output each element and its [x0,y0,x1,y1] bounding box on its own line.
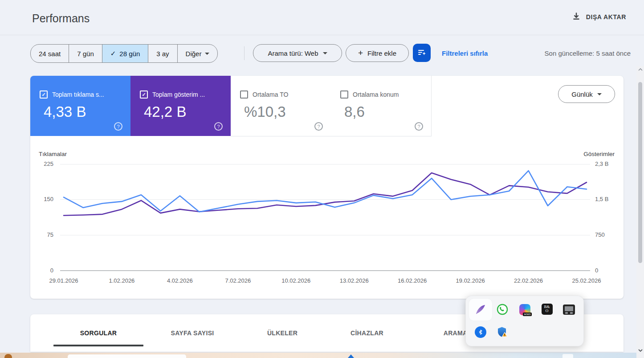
whatsapp-icon[interactable] [496,303,509,316]
search-type-dropdown[interactable]: Arama türü: Web [253,44,342,62]
range-7d[interactable]: 7 gün [69,45,102,62]
performance-card: ✓ Toplam tıklama s... 4,33 B ? ✓ Toplam … [30,76,624,299]
pen-app-icon[interactable] [474,303,487,316]
x-axis-tick-label: 16.02.2026 [391,277,434,284]
check-icon: ✓ [110,49,116,58]
page-title: Performans [32,12,90,25]
range-other-dropdown[interactable]: Diğer [178,45,218,62]
filter-bar-divider [244,46,245,60]
x-axis-tick-label: 22.02.2026 [507,277,550,284]
range-3m[interactable]: 3 ay [148,45,177,62]
clicks-line [64,171,587,212]
performance-line-chart[interactable] [30,76,624,299]
date-range-selector: 24 saat 7 gün ✓ 28 gün 3 ay Diğer [30,44,218,63]
plus-icon: + [358,48,363,58]
x-axis-tick-label: 13.02.2026 [333,277,375,284]
security-shield-warning-icon[interactable] [496,325,509,339]
x-axis-tick-label: 7.02.2026 [216,277,259,284]
scrollbar-up-arrow[interactable] [636,66,644,73]
taskbar-search-pill[interactable] [68,354,186,358]
export-button[interactable]: DIŞA AKTAR [572,12,626,22]
tab-devices[interactable]: CİHAZLAR [323,314,411,352]
last-update-text: Son güncelleme: 5 saat önce [545,49,631,57]
chevron-down-icon [205,53,209,55]
scrollbar-down-arrow[interactable] [636,347,644,354]
scrollbar[interactable] [636,66,644,358]
filter-sparkle-icon [417,47,427,59]
export-label: DIŞA AKTAR [586,13,626,21]
chevron-down-icon [323,52,327,54]
m365-badge: M365 [523,313,531,316]
download-icon [572,12,581,22]
range-24h[interactable]: 24 saat [31,45,69,62]
scrollbar-thumb[interactable] [638,82,642,263]
x-axis-tick-label: 1.02.2026 [100,277,143,284]
x-axis-tick-label: 25.02.2026 [565,277,608,284]
reset-filters-link[interactable]: Filtreleri sıfırla [442,49,488,57]
x-axis-tick-label: 29.01.2026 [42,277,85,284]
range-28d[interactable]: ✓ 28 gün [102,45,148,62]
microsoft-365-copilot-icon[interactable]: M365 [518,303,531,316]
bang-olufsen-icon[interactable]: B& O [540,302,554,316]
system-tray-popup: M365 B& O [465,296,584,346]
smart-filter-button[interactable] [413,44,431,62]
x-axis-tick-label: 19.02.2026 [449,277,492,284]
taskbar-center-icon[interactable] [348,354,354,358]
header-divider [0,35,644,35]
x-axis-tick-label: 4.02.2026 [159,277,201,284]
taskbar-strip [0,353,644,358]
x-axis-tick-label: 10.02.2026 [275,277,318,284]
active-tab-indicator [53,345,143,346]
display-device-icon[interactable] [562,303,575,316]
taskbar-tray-item[interactable] [562,354,573,358]
tab-countries[interactable]: ÜLKELER [241,314,323,352]
taskbar-app-icon[interactable] [4,354,12,358]
impressions-line [64,173,587,216]
bluetooth-icon[interactable] [474,325,487,339]
tab-pages[interactable]: SAYFA SAYISI [143,314,241,352]
add-filter-button[interactable]: + Filtre ekle [346,44,409,62]
